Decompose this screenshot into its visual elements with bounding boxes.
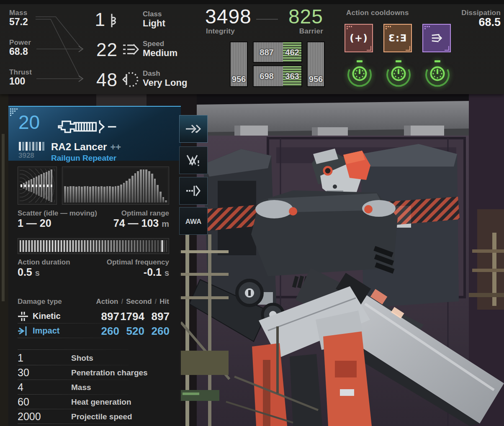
dash-fire-action-button[interactable] [179,177,208,205]
damage-value: 897 [136,310,170,323]
equipment-slot-1[interactable]: (+) [345,24,373,52]
stat-label: Heat generation [71,398,131,407]
optimal-frequency-label: Optimal frequency [75,258,169,267]
fire-action-button[interactable] [179,115,208,143]
class-value: 1 [75,9,105,30]
overwatch-action-button[interactable] [179,146,208,174]
weapon-slot-number: 20 [18,111,40,133]
stat-row-projectile-speed: 2000Projectile speed [8,411,181,423]
row-separator [18,409,129,409]
action-duration-unit: s [35,268,40,277]
range-histogram-bar [100,186,103,203]
optimal-range-unit: m [162,219,169,228]
weapon-info-panel: 20 3928 RA2 Lancer++ Railgun Repeater Sc… [8,106,181,426]
barrier-label: Barrier [276,27,323,36]
double-vee-alert-icon [185,152,202,169]
torso-barrier-hp: 462 [280,48,305,57]
optimal-frequency-number: -0.1 [144,266,162,278]
dissipation-value: 68.5 [419,16,501,29]
range-histogram-bar [134,173,136,203]
range-histogram-bar [92,186,94,203]
range-histogram-bar [145,169,147,203]
class-icon [109,13,119,28]
awa-glyph-icon: AWA [184,213,203,229]
range-histogram [64,169,167,203]
range-histogram-bar [109,186,111,203]
range-histogram-bar [129,179,131,203]
class-rating: Light [143,18,165,29]
range-histogram-bar [151,174,153,203]
range-histogram-bar [75,187,77,203]
scatter-graph [18,167,57,205]
scatter-center-line [21,185,53,187]
scatter-value: 1 — 20 [18,217,51,229]
stat-row-shots: 1Shots [8,352,181,364]
weapon-name: RA2 Lancer++ [51,141,121,153]
damage-column-second: Second [126,298,152,305]
stat-label: Projectile speed [71,412,132,421]
impact-damage-icon [18,326,28,336]
triple-dash-arrow-icon [430,31,443,45]
row-separator [18,349,129,350]
damage-row-impact: Impact260520260 [8,325,181,338]
barrier-value: 825 [276,5,323,28]
dash-icon [122,71,140,88]
corner-dots-decoration [10,108,18,117]
speed-value: 22 [76,39,118,60]
damage-columns-header: Action/Second/Hit [71,298,169,306]
weapon-type: Railgun Repeater [51,154,116,163]
damage-column-action: Action [96,298,118,305]
right-arm-block: 956 [307,41,325,87]
range-histogram-bar [162,197,165,203]
range-histogram-bar [81,187,83,203]
action-duration-label: Action duration [18,258,70,267]
range-histogram-bar [64,186,66,203]
range-histogram-bar [131,176,134,203]
range-histogram-bar [106,186,108,203]
range-histogram-bar [159,192,162,203]
optimal-frequency-value: -0.1 s [75,266,169,278]
range-graph [62,167,169,205]
optimal-range-value: 74 — 103 m [84,217,169,229]
stat-label: Penetration charges [71,368,148,377]
equipment-slot-2[interactable]: Ɛ:Ǝ [383,24,412,52]
damage-type-name: Kinetic [33,311,61,321]
row-separator [18,323,124,323]
stat-row-heat-generation: 60Heat generation [8,396,181,408]
dashed-arrow-bar-icon [185,182,202,199]
optimal-frequency-unit: s [165,268,169,277]
action-duration-bar [18,238,169,254]
stat-row-mass: 4Mass [8,381,181,394]
range-histogram-bar [72,186,75,203]
torso-block: 887 462 [253,41,302,63]
game-screen: { "top_bar": { "mobility": { "inputs": [… [0,0,504,426]
speed-icon [122,42,139,57]
range-histogram-bar [98,187,100,203]
range-histogram-bar [78,186,80,203]
range-histogram-bar [143,169,145,203]
action-duration-number: 0.5 [18,266,32,278]
mass-value: 57.2 [9,16,28,28]
thrust-label: Thrust [9,68,32,77]
integrity-barrier-connector [256,19,278,20]
power-value: 68.8 [9,46,28,57]
left-arm-block: 956 [230,41,248,87]
stat-value: 4 [18,381,23,393]
melee-action-button[interactable]: AWA [179,207,208,235]
range-histogram-bar [165,200,167,203]
row-separator [18,380,129,380]
dash-value: 48 [76,69,118,90]
dash-rating: Very Long [143,77,187,88]
range-histogram-bar [120,185,122,203]
range-histogram-bar [89,187,91,203]
thrust-value: 100 [9,76,25,87]
column-slash: / [121,298,123,305]
ammo-barcode [19,142,44,151]
cooldown-ready-dial-icon [344,59,374,89]
cooldown-ready-dial-icon [383,59,413,89]
ammo-count: 3928 [18,151,34,160]
row-separator [18,394,129,395]
mass-label: Mass [9,9,27,17]
power-label: Power [9,38,31,47]
row-separator [18,338,124,338]
